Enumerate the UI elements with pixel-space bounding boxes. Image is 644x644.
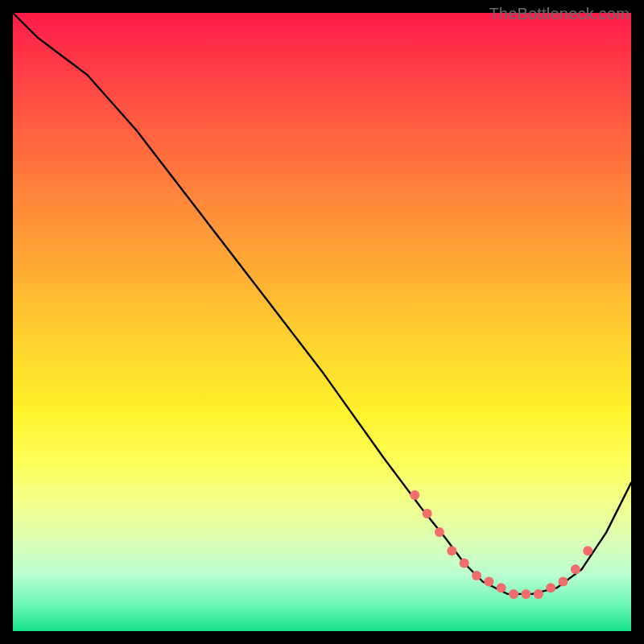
marker-dot bbox=[509, 589, 518, 599]
watermark-text: TheBottleneck.com bbox=[489, 5, 630, 23]
marker-dot bbox=[472, 571, 481, 580]
marker-dot bbox=[484, 577, 493, 587]
marker-dot bbox=[423, 509, 432, 518]
marker-dot bbox=[546, 583, 555, 592]
marker-dot bbox=[435, 527, 444, 537]
marker-dot bbox=[534, 589, 543, 599]
marker-dot bbox=[583, 546, 592, 555]
marker-dot bbox=[571, 564, 580, 574]
marker-dot bbox=[447, 546, 456, 555]
marker-dot bbox=[410, 490, 419, 500]
dotted-region bbox=[410, 490, 592, 599]
marker-dot bbox=[559, 577, 568, 587]
chart-container: TheBottleneck.com bbox=[0, 0, 644, 644]
chart-svg bbox=[13, 13, 631, 631]
curve-line bbox=[13, 13, 631, 594]
marker-dot bbox=[521, 589, 530, 599]
marker-dot bbox=[497, 583, 506, 592]
chart-plot-area bbox=[13, 13, 631, 631]
marker-dot bbox=[460, 559, 469, 568]
